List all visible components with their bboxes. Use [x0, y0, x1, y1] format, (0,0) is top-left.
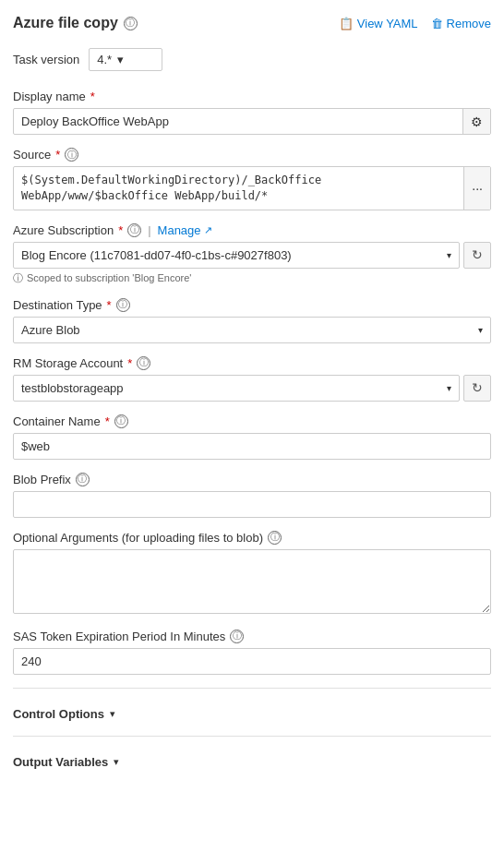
container-name-input[interactable] [13, 433, 491, 460]
display-name-input-wrap: ⚙ [13, 108, 491, 135]
view-yaml-label: View YAML [357, 17, 418, 30]
display-name-input[interactable] [14, 109, 462, 134]
destination-type-value: Azure Blob [21, 323, 80, 337]
page-container: Azure file copy ⓘ 📋 View YAML 🗑 Remove T… [0, 0, 504, 791]
display-name-btn-icon: ⚙ [471, 114, 483, 129]
header-right: 📋 View YAML 🗑 Remove [339, 17, 491, 30]
scoped-label: Scoped to subscription 'Blog Encore' [27, 272, 191, 283]
blob-prefix-field: Blob Prefix ⓘ [13, 473, 491, 518]
blob-prefix-input[interactable] [13, 491, 491, 518]
storage-account-refresh-icon: ↻ [472, 380, 483, 395]
output-variables-chevron: ▾ [114, 756, 119, 768]
view-yaml-button[interactable]: 📋 View YAML [339, 17, 418, 30]
source-side-btn[interactable]: ··· [463, 167, 490, 210]
sas-token-info-icon[interactable]: ⓘ [230, 630, 244, 643]
page-header: Azure file copy ⓘ 📋 View YAML 🗑 Remove [13, 15, 491, 31]
subscription-dropdown[interactable]: Blog Encore (11c7081-dd07-4f0-c1bs-c#902… [13, 242, 460, 269]
manage-link-icon: ↗ [204, 224, 212, 236]
azure-subscription-field: Azure Subscription * ⓘ | Manage ↗ Blog E… [13, 223, 491, 285]
container-name-info-icon[interactable]: ⓘ [114, 414, 128, 428]
manage-link[interactable]: Manage ↗ [158, 223, 212, 237]
scoped-text: ⓘ Scoped to subscription 'Blog Encore' [13, 271, 491, 285]
container-name-label-row: Container Name * ⓘ [13, 414, 491, 428]
sas-token-label-row: SAS Token Expiration Period In Minutes ⓘ [13, 630, 491, 643]
output-variables-header[interactable]: Output Variables ▾ [13, 748, 491, 776]
storage-account-dropdown-row: testblobstorageapp ▾ ↻ [13, 375, 491, 402]
subscription-refresh-btn[interactable]: ↻ [463, 242, 491, 269]
storage-account-refresh-btn[interactable]: ↻ [463, 375, 491, 402]
source-label: Source [13, 148, 51, 162]
subscription-info-icon[interactable]: ⓘ [127, 223, 141, 237]
blob-prefix-label-row: Blob Prefix ⓘ [13, 473, 491, 486]
control-options-title: Control Options [13, 707, 104, 721]
destination-type-label: Destination Type [13, 298, 102, 312]
task-version-chevron: ▾ [117, 53, 124, 66]
display-name-required: * [90, 90, 95, 103]
remove-label: Remove [447, 17, 491, 30]
subscription-required: * [118, 223, 123, 237]
task-version-value: 4.* [97, 53, 112, 66]
subscription-selected-value: Blog Encore (11c7081-dd07-4f0-c1bs-c#902… [21, 248, 292, 262]
destination-type-field: Destination Type * ⓘ Azure Blob ▾ [13, 298, 491, 343]
destination-type-info-icon[interactable]: ⓘ [116, 298, 130, 312]
page-title: Azure file copy [13, 15, 118, 31]
blob-prefix-label: Blob Prefix [13, 473, 71, 486]
title-info-icon[interactable]: ⓘ [124, 17, 138, 30]
source-input-wrap: $(System.DefaultWorkingDirectory)/_BackO… [13, 166, 491, 210]
source-info-icon[interactable]: ⓘ [65, 148, 78, 162]
storage-account-dropdown[interactable]: testblobstorageapp ▾ [13, 375, 460, 402]
container-name-field: Container Name * ⓘ [13, 414, 491, 460]
optional-arguments-info-icon[interactable]: ⓘ [268, 531, 282, 545]
scoped-info-icon: ⓘ [13, 271, 23, 285]
control-options-section: Control Options ▾ [13, 688, 491, 728]
storage-account-value: testblobstorageapp [21, 381, 124, 395]
task-version-select[interactable]: 4.* ▾ [89, 48, 162, 71]
subscription-label-row: Azure Subscription * ⓘ | Manage ↗ [13, 223, 491, 237]
task-version-row: Task version 4.* ▾ [13, 48, 491, 71]
sas-token-label: SAS Token Expiration Period In Minutes [13, 630, 225, 643]
yaml-icon: 📋 [339, 17, 354, 30]
storage-account-label-row: RM Storage Account * ⓘ [13, 356, 491, 370]
storage-account-required: * [127, 356, 132, 370]
optional-arguments-field: Optional Arguments (for uploading files … [13, 531, 491, 617]
optional-arguments-label: Optional Arguments (for uploading files … [13, 531, 263, 545]
subscription-chevron: ▾ [447, 250, 451, 260]
pipe-divider: | [148, 223, 150, 237]
destination-type-chevron: ▾ [478, 325, 483, 335]
destination-type-required: * [107, 298, 112, 312]
display-name-field: Display name * ⚙ [13, 90, 491, 135]
subscription-dropdown-row: Blog Encore (11c7081-dd07-4f0-c1bs-c#902… [13, 242, 491, 269]
storage-account-info-icon[interactable]: ⓘ [137, 356, 150, 370]
source-input[interactable]: $(System.DefaultWorkingDirectory)/_BackO… [14, 167, 463, 210]
storage-account-chevron: ▾ [447, 383, 451, 393]
subscription-label: Azure Subscription [13, 223, 114, 237]
source-field: Source * ⓘ $(System.DefaultWorkingDirect… [13, 148, 491, 210]
optional-arguments-label-row: Optional Arguments (for uploading files … [13, 531, 491, 545]
control-options-header[interactable]: Control Options ▾ [13, 700, 491, 728]
task-version-label: Task version [13, 53, 79, 66]
remove-button[interactable]: 🗑 Remove [431, 17, 491, 30]
source-required: * [55, 148, 60, 162]
display-name-label-row: Display name * [13, 90, 491, 103]
source-ellipsis-icon: ··· [472, 181, 483, 196]
destination-type-label-row: Destination Type * ⓘ [13, 298, 491, 312]
storage-account-field: RM Storage Account * ⓘ testblobstorageap… [13, 356, 491, 402]
display-name-label: Display name [13, 90, 86, 103]
subscription-refresh-icon: ↻ [472, 247, 483, 262]
source-label-row: Source * ⓘ [13, 148, 491, 162]
destination-type-dropdown[interactable]: Azure Blob ▾ [13, 317, 491, 343]
blob-prefix-info-icon[interactable]: ⓘ [76, 473, 90, 486]
manage-link-label: Manage [158, 223, 201, 237]
control-options-chevron: ▾ [110, 708, 115, 720]
display-name-side-btn[interactable]: ⚙ [462, 109, 490, 134]
sas-token-field: SAS Token Expiration Period In Minutes ⓘ [13, 630, 491, 675]
container-name-label: Container Name [13, 414, 101, 428]
output-variables-section: Output Variables ▾ [13, 736, 491, 776]
optional-arguments-input[interactable] [13, 549, 491, 614]
output-variables-title: Output Variables [13, 755, 108, 769]
header-left: Azure file copy ⓘ [13, 15, 138, 31]
container-name-required: * [105, 414, 110, 428]
remove-icon: 🗑 [431, 17, 443, 30]
sas-token-input[interactable] [13, 648, 491, 675]
storage-account-label: RM Storage Account [13, 356, 123, 370]
